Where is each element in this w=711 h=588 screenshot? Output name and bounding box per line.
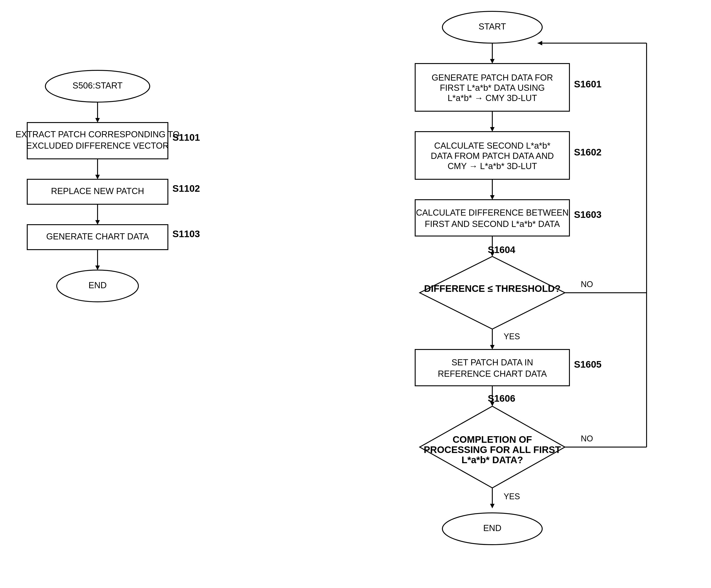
s1606-text-line2: PROCESSING FOR ALL FIRST — [424, 444, 561, 455]
svg-rect-29 — [415, 350, 569, 386]
s1605-label: S1605 — [574, 359, 601, 370]
s1602-label: S1602 — [574, 147, 601, 158]
svg-marker-11 — [95, 266, 100, 270]
svg-rect-3 — [27, 123, 168, 159]
right-end-label: END — [483, 523, 501, 533]
s1101-text-line1: EXTRACT PATCH CORRESPONDING TO — [16, 130, 180, 139]
svg-marker-2 — [95, 118, 100, 123]
s1604-no-label: NO — [581, 279, 593, 289]
svg-marker-18 — [490, 127, 495, 132]
svg-marker-39 — [538, 41, 542, 45]
s1102-label: S1102 — [172, 183, 200, 194]
s1606-label: S1606 — [488, 393, 515, 404]
s1102-text: REPLACE NEW PATCH — [51, 186, 144, 196]
s1601-text-line2: FIRST L*a*b* DATA USING — [440, 83, 545, 92]
svg-marker-15 — [490, 59, 495, 64]
s1101-label: S1101 — [172, 132, 200, 143]
left-start-label: S506:START — [72, 81, 123, 90]
svg-marker-5 — [95, 175, 100, 179]
s1603-text-line2: FIRST AND SECOND L*a*b* DATA — [425, 219, 560, 229]
svg-marker-8 — [95, 220, 100, 225]
left-end-label: END — [88, 280, 107, 290]
svg-rect-22 — [415, 200, 569, 236]
s1606-yes-label: YES — [504, 492, 520, 501]
s1604-yes-label: YES — [504, 332, 520, 341]
s1606-text-line3: L*a*b* DATA? — [461, 455, 523, 465]
s1604-label: S1604 — [488, 245, 515, 255]
s1602-text-line2: DATA FROM PATCH DATA AND — [431, 151, 554, 161]
svg-marker-21 — [490, 195, 495, 200]
s1602-text-line1: CALCULATE SECOND L*a*b* — [434, 141, 551, 150]
s1603-text-line1: CALCULATE DIFFERENCE BETWEEN — [416, 208, 569, 217]
svg-marker-34 — [490, 504, 495, 508]
s1101-text-line2: EXCLUDED DIFFERENCE VECTOR — [26, 141, 169, 150]
s1601-label: S1601 — [574, 79, 601, 89]
s1103-text: GENERATE CHART DATA — [46, 232, 149, 241]
s1103-label: S1103 — [172, 229, 200, 239]
s1603-label: S1603 — [574, 209, 601, 220]
s1605-text-line1: SET PATCH DATA IN — [451, 358, 533, 367]
s1604-text: DIFFERENCE ≤ THRESHOLD? — [424, 283, 561, 294]
s1606-no-label: NO — [581, 434, 593, 443]
s1605-text-line2: REFERENCE CHART DATA — [438, 369, 547, 379]
s1601-text-line3: L*a*b* → CMY 3D-LUT — [448, 93, 537, 103]
right-start-label: START — [478, 22, 506, 31]
svg-marker-27 — [490, 345, 495, 350]
diagram-container: S506:START EXTRACT PATCH CORRESPONDING T… — [0, 0, 711, 588]
s1602-text-line3: CMY → L*a*b* 3D-LUT — [448, 161, 537, 171]
s1606-text-line1: COMPLETION OF — [453, 434, 532, 445]
s1601-text-line1: GENERATE PATCH DATA FOR — [432, 73, 553, 82]
